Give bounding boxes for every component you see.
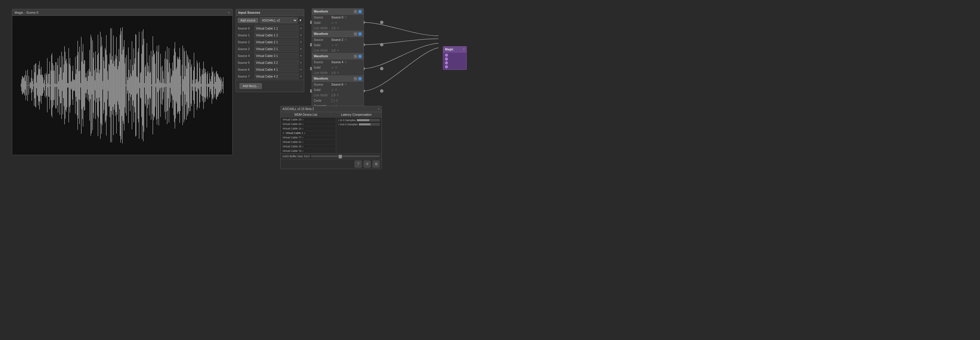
asio-buffer-thumb[interactable] xyxy=(339,155,342,158)
source-arrow-0[interactable]: ▼ xyxy=(300,27,302,30)
asio-settings-button[interactable]: ⚙ xyxy=(372,160,380,168)
source-value-3[interactable] xyxy=(255,46,299,52)
waveform-node-1-header: Waveform − S xyxy=(312,31,364,37)
source-list-item-0: Source 0 ▼ xyxy=(236,25,304,32)
asio-buffer-row: ASIO Buffer Size: 512+ xyxy=(281,153,382,159)
scene-close-button[interactable]: × xyxy=(228,11,230,14)
source-value-5[interactable] xyxy=(255,60,299,65)
scene-titlebar: Magic - Scene 0 × xyxy=(12,9,232,16)
waveform-node-2-minus-icon[interactable]: − xyxy=(354,55,357,58)
magic-node: Magic × xyxy=(443,46,467,70)
input-sources-titlebar: Input Sources xyxy=(236,9,304,16)
asio-toolbar: ? ↺ ⚙ xyxy=(281,159,382,169)
asio-in-samples-label: ♪ In 0 Samples xyxy=(338,119,356,122)
waveform-node-3-header: Waveform − S xyxy=(312,76,364,82)
asio-window: ASIO4ALL v2.15 Beta 2 × WDM Device List … xyxy=(280,106,382,169)
waveform-node-3-settings-icon[interactable]: S xyxy=(358,77,362,81)
asio-device-list-title: WDM Device List xyxy=(281,112,331,117)
waveform-node-0-title: Waveform xyxy=(314,10,328,13)
source-value-7[interactable] xyxy=(255,74,299,79)
waveform-canvas xyxy=(21,20,224,151)
source-value-4[interactable] xyxy=(255,53,299,59)
waveform-node-0-icons: − S xyxy=(354,10,362,13)
waveform-node-0-minus-icon[interactable]: − xyxy=(354,10,357,13)
add-files-button[interactable]: Add file(s)... xyxy=(239,83,262,89)
waveform-node-3-minus-icon[interactable]: − xyxy=(354,77,357,81)
asio-device-item-1[interactable]: Virtual Cable 50 ♪ xyxy=(281,122,336,127)
asio-help-button[interactable]: ? xyxy=(355,160,362,168)
asio-out-samples-row: ♪ Out 0 Samples xyxy=(338,123,380,126)
magic-port-in-2 xyxy=(445,62,448,64)
asio-buffer-label: ASIO Buffer Size: 512+ xyxy=(282,155,310,158)
source-arrow-1[interactable]: ▼ xyxy=(300,34,302,37)
asio-device-item-4[interactable]: Virtual Cable 77 ♪ xyxy=(281,135,336,140)
magic-port-in-3 xyxy=(445,65,448,68)
asio-out-samples-label: ♪ Out 0 Samples xyxy=(338,123,358,126)
source-value-2[interactable] xyxy=(255,40,299,45)
magic-node-close-icon[interactable]: × xyxy=(463,48,465,51)
waveform-node-1-source-row: Source Source 2 ⚙ xyxy=(312,37,364,42)
asio-device-item-5[interactable]: Virtual Cable 62 ♪ xyxy=(281,140,336,145)
waveform-node-0-settings-gear: ⚙ xyxy=(344,16,347,19)
asio-device-item-7[interactable]: Virtual Cable 74 ♪ xyxy=(281,149,336,153)
asio-buffer-slider[interactable] xyxy=(311,156,380,157)
waveform-node-1-settings-icon[interactable]: S xyxy=(358,32,362,36)
scene-canvas xyxy=(12,16,232,155)
asio-in-samples-fill xyxy=(357,119,369,121)
asio-device-item-2[interactable]: Virtual Cable 14 ♪ xyxy=(281,127,336,131)
source-list-item-2: Source 2 ▼ xyxy=(236,39,304,46)
source-value-0[interactable] xyxy=(255,25,299,31)
asio-sections-header: WDM Device List Latency Compensation xyxy=(281,112,382,118)
source-arrow-2[interactable]: ▼ xyxy=(300,41,302,43)
magic-node-title: Magic xyxy=(445,48,453,51)
source-arrow-6[interactable]: ▼ xyxy=(300,68,302,71)
scene-title: Magic - Scene 0 xyxy=(14,11,38,14)
svg-point-4 xyxy=(380,21,383,24)
waveform-node-0-settings-icon[interactable]: S xyxy=(358,10,362,13)
driver-dropdown[interactable]: ASIO4ALL v2 xyxy=(259,17,298,23)
waveform-node-2-linewidth-row: Line Width 1.0 ⚙ xyxy=(312,70,364,75)
waveform-node-3-source-row: Source Source 6 ⚙ xyxy=(312,82,364,87)
asio-titlebar: ASIO4ALL v2.15 Beta 2 × xyxy=(281,106,382,112)
magic-node-header: Magic × xyxy=(443,46,466,52)
waveform-node-2-solid-row: Solid ✓ ⚙ xyxy=(312,65,364,70)
source-value-6[interactable] xyxy=(255,67,299,72)
source-list-item-7: Source 7 ▼ xyxy=(236,73,304,80)
asio-title: ASIO4ALL v2.15 Beta 2 xyxy=(282,107,314,111)
asio-out-samples-fill xyxy=(359,124,370,125)
source-arrow-7[interactable]: ▼ xyxy=(300,75,302,78)
svg-point-6 xyxy=(380,67,383,70)
asio-close-button[interactable]: × xyxy=(378,107,380,111)
waveform-node-3: Waveform − S Source Source 6 ⚙ Solid ✓ ⚙… xyxy=(312,75,364,109)
source-arrow-3[interactable]: ▼ xyxy=(300,48,302,51)
waveform-node-0-solid-row: Solid ✓ ⚙ xyxy=(312,20,364,25)
add-source-button[interactable]: Add source xyxy=(238,18,258,23)
asio-in-samples-bar xyxy=(357,119,380,121)
source-list-item-6: Source 6 ▼ xyxy=(236,66,304,73)
source-list-item-4: Source 4 ▼ xyxy=(236,52,304,59)
source-list-item-1: Source 1 ▼ xyxy=(236,32,304,39)
source-list: Source 0 ▼ Source 1 ▼ Source 2 ▼ Source … xyxy=(236,25,304,80)
waveform-node-2-title: Waveform xyxy=(314,55,328,58)
source-arrow-4[interactable]: ▼ xyxy=(300,55,302,57)
waveform-node-3-title: Waveform xyxy=(314,77,328,80)
waveform-node-0-linewidth-gear: ⚙ xyxy=(337,27,339,30)
waveform-node-3-solid-row: Solid ✓ ⚙ xyxy=(312,87,364,92)
source-list-item-3: Source 3 ▼ xyxy=(236,46,304,52)
magic-port-in-0 xyxy=(445,54,448,57)
source-arrow-5[interactable]: ▼ xyxy=(300,62,302,64)
asio-latency-title: Latency Compensation xyxy=(331,112,382,117)
waveform-node-1-minus-icon[interactable]: − xyxy=(354,32,357,36)
asio-device-item-6[interactable]: Virtual Cable 26 ♪ xyxy=(281,145,336,149)
source-value-1[interactable] xyxy=(255,32,299,38)
add-source-row: Add source ASIO4ALL v2 ▼ xyxy=(236,16,304,25)
asio-in-samples-row: ♪ In 0 Samples xyxy=(338,119,380,122)
asio-device-list[interactable]: Virtual Cable 29 ♪ Virtual Cable 50 ♪ Vi… xyxy=(281,118,336,153)
svg-point-5 xyxy=(380,43,383,46)
waveform-node-3-linewidth-row: Line Width 1.0 ⚙ xyxy=(312,92,364,98)
asio-refresh-button[interactable]: ↺ xyxy=(364,160,371,168)
waveform-node-1-linewidth-row: Line Width 1.0 ⚙ xyxy=(312,48,364,53)
asio-device-item-0[interactable]: Virtual Cable 29 ♪ xyxy=(281,118,336,122)
asio-device-item-3[interactable]: ✓ Virtual Cable 1 ♪ xyxy=(281,131,336,135)
waveform-node-2-settings-icon[interactable]: S xyxy=(358,55,362,58)
